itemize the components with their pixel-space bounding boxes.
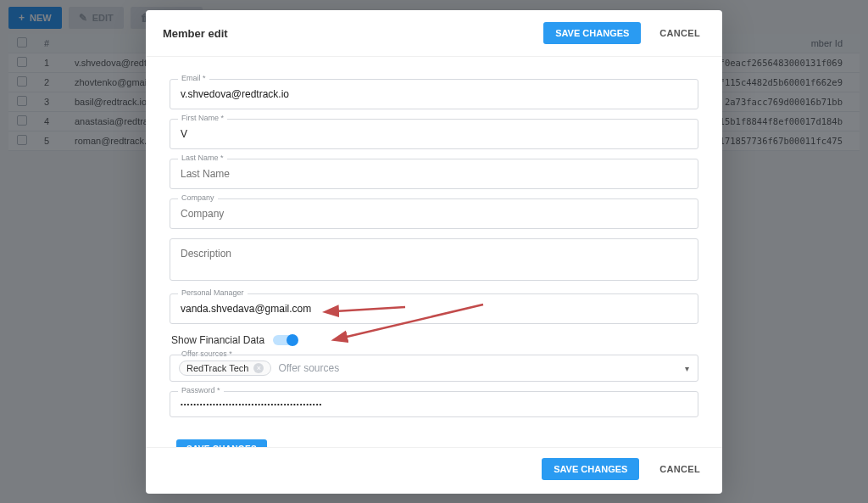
chevron-down-icon[interactable]: ▾	[685, 364, 689, 373]
field-last-name: Last Name *	[170, 159, 698, 189]
offer-sources-placeholder: Offer sources	[278, 362, 339, 374]
save-button-top[interactable]: SAVE CHANGES	[543, 22, 641, 44]
cancel-button-bottom[interactable]: CANCEL	[654, 458, 705, 480]
remove-tag-icon[interactable]: ×	[253, 363, 264, 373]
field-personal-manager: Personal Manager	[170, 293, 698, 324]
email-label: Email *	[178, 74, 209, 82]
offer-sources-input[interactable]: RedTrack Tech × Offer sources ▾	[170, 355, 698, 382]
email-input[interactable]	[170, 79, 698, 109]
description-input[interactable]	[170, 238, 698, 281]
field-first-name: First Name *	[170, 119, 698, 149]
company-label: Company	[178, 193, 218, 202]
show-financial-data-toggle[interactable]	[273, 335, 297, 345]
last-name-input[interactable]	[170, 159, 698, 189]
offer-source-tag[interactable]: RedTrack Tech ×	[179, 360, 271, 376]
save-button-bottom[interactable]: SAVE CHANGES	[542, 458, 639, 480]
password-input[interactable]	[170, 391, 698, 417]
modal-overlay: Member edit SAVE CHANGES CANCEL Email * …	[0, 0, 868, 503]
show-financial-data-label: Show Financial Data	[171, 334, 264, 346]
field-email: Email *	[170, 79, 698, 109]
member-edit-modal: Member edit SAVE CHANGES CANCEL Email * …	[146, 10, 722, 494]
field-password: Password *	[170, 391, 698, 417]
field-offer-sources: Offer sources * RedTrack Tech × Offer so…	[170, 355, 698, 382]
password-label: Password *	[178, 386, 224, 394]
offer-source-tag-label: RedTrack Tech	[186, 363, 248, 373]
field-description	[170, 238, 698, 284]
save-button-inner[interactable]: SAVE CHANGES	[176, 439, 267, 447]
company-input[interactable]	[170, 198, 698, 229]
show-financial-data-row: Show Financial Data	[171, 334, 698, 346]
cancel-button-top[interactable]: CANCEL	[654, 27, 705, 39]
last-name-label: Last Name *	[178, 154, 227, 162]
first-name-input[interactable]	[170, 119, 698, 149]
field-company: Company	[170, 198, 698, 229]
first-name-label: First Name *	[178, 114, 227, 122]
manager-input[interactable]	[170, 293, 698, 324]
modal-title: Member edit	[163, 27, 228, 40]
manager-label: Personal Manager	[178, 288, 248, 297]
